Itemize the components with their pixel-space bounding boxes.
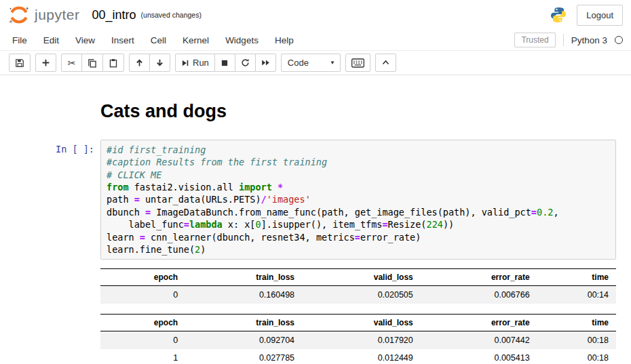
table-cell: 00:18 <box>537 349 616 364</box>
menu-item-edit[interactable]: Edit <box>35 31 67 49</box>
menu-item-help[interactable]: Help <box>267 31 302 49</box>
restart-kernel-button[interactable] <box>235 54 256 72</box>
jupyter-app: jupyter 00_intro (unsaved changes) Logou… <box>0 0 631 364</box>
python-logo-icon <box>550 6 567 24</box>
notebook-title[interactable]: 00_intro <box>92 8 136 22</box>
code-line: # CLICK ME <box>107 169 610 181</box>
table-cell: 00:18 <box>537 331 616 350</box>
menu-item-widgets[interactable]: Widgets <box>217 31 267 49</box>
logout-button[interactable]: Logout <box>577 5 623 26</box>
menu-bar: FileEditViewInsertCellKernelWidgetsHelp … <box>0 30 631 51</box>
menu-item-insert[interactable]: Insert <box>103 31 142 49</box>
output-table: epochtrain_lossvalid_losserror_ratetime0… <box>100 268 616 304</box>
output-table: epochtrain_lossvalid_losserror_ratetime0… <box>100 314 616 364</box>
menu-right: Trusted Python 3 <box>514 33 627 47</box>
code-area: #id first_training#caption Results from … <box>107 144 610 256</box>
arrow-down-icon <box>155 58 164 67</box>
move-cell-down-button[interactable] <box>149 54 170 72</box>
header-bar: jupyter 00_intro (unsaved changes) Logou… <box>0 0 631 30</box>
jupyter-logo-icon <box>8 5 30 24</box>
code-line: #caption Results from the first training <box>107 156 610 168</box>
save-button[interactable] <box>9 54 31 72</box>
run-cell-button[interactable]: Run <box>175 54 215 72</box>
code-line: learn.fine_tune(2) <box>107 243 610 256</box>
menu-item-view[interactable]: View <box>67 31 103 49</box>
table-header-cell: time <box>537 269 616 286</box>
table-cell: 00:14 <box>537 286 616 304</box>
notebook-container: Cats and dogs In [ ]: #id first_training… <box>0 75 631 364</box>
code-line: label_func=lambda x: x[0].isupper(), ite… <box>107 218 610 230</box>
jupyter-logo[interactable]: jupyter <box>8 5 80 24</box>
chevron-up-icon <box>381 58 390 67</box>
menu-item-kernel[interactable]: Kernel <box>174 31 217 49</box>
notebook-toolbar: ✂ <box>0 51 631 75</box>
table-header-cell: train_loss <box>185 269 302 286</box>
kernel-divider <box>563 34 564 46</box>
table-header-cell: epoch <box>100 269 185 286</box>
code-input[interactable]: #id first_training#caption Results from … <box>100 140 616 260</box>
table-row: 10.0277850.0124490.00541300:18 <box>100 349 616 364</box>
collapse-headings-button[interactable] <box>375 54 396 72</box>
insert-cell-button[interactable] <box>35 54 56 72</box>
move-cell-up-button[interactable] <box>129 54 150 72</box>
markdown-prompt <box>0 102 100 140</box>
cut-cells-button[interactable]: ✂ <box>61 54 82 72</box>
paste-icon <box>109 58 118 68</box>
table-header-cell: time <box>537 315 616 331</box>
table-cell: 1 <box>100 349 185 364</box>
scissors-icon: ✂ <box>68 58 76 68</box>
keyboard-icon <box>351 58 364 68</box>
paste-cells-button[interactable] <box>102 54 124 72</box>
code-line: from fastai2.vision.all import * <box>107 181 610 193</box>
command-palette-button[interactable] <box>345 54 370 72</box>
table-cell: 0.020505 <box>302 286 421 304</box>
table-cell: 0.012449 <box>302 349 421 364</box>
save-icon <box>15 58 24 68</box>
copy-icon <box>88 58 97 68</box>
table-row: 00.1604980.0205050.00676600:14 <box>100 286 616 304</box>
table-cell: 0.160498 <box>185 286 302 304</box>
refresh-icon <box>241 58 250 67</box>
table-cell: 0.007442 <box>421 331 537 350</box>
checkpoint-status: (unsaved changes) <box>141 11 202 19</box>
table-row: 00.0927040.0179200.00744200:18 <box>100 331 616 350</box>
restart-run-all-button[interactable] <box>255 54 276 72</box>
code-line: #id first_training <box>107 144 610 156</box>
table-cell: 0.006766 <box>421 286 537 304</box>
code-line: path = untar_data(URLs.PETS)/'images' <box>107 193 610 205</box>
code-line: dbunch = ImageDataBunch.from_name_func(p… <box>107 206 610 218</box>
menu-item-cell[interactable]: Cell <box>142 31 174 49</box>
table-header-cell: train_loss <box>185 315 302 331</box>
interrupt-kernel-button[interactable] <box>214 54 235 72</box>
step-forward-icon <box>181 59 189 67</box>
table-cell: 0 <box>100 286 185 304</box>
fast-forward-icon <box>261 58 270 67</box>
kernel-name: Python 3 <box>571 35 607 45</box>
arrow-up-icon <box>135 58 144 67</box>
table-cell: 0.017920 <box>302 331 421 350</box>
stop-icon <box>221 59 229 67</box>
cell-type-value: Code <box>288 58 309 68</box>
jupyter-wordmark: jupyter <box>35 7 80 23</box>
page-title: Cats and dogs <box>100 102 616 122</box>
copy-cells-button[interactable] <box>81 54 103 72</box>
input-prompt: In [ ]: <box>0 140 100 364</box>
table-header-cell: valid_loss <box>302 315 421 331</box>
table-cell: 0.092704 <box>185 331 302 350</box>
table-header-cell: error_rate <box>421 315 537 331</box>
menu-item-file[interactable]: File <box>4 31 35 49</box>
run-button-label: Run <box>193 58 209 68</box>
table-cell: 0.005413 <box>421 349 537 364</box>
table-header-cell: error_rate <box>421 269 537 286</box>
menu-items: FileEditViewInsertCellKernelWidgetsHelp <box>4 31 302 49</box>
table-cell: 0.027785 <box>185 349 302 364</box>
output-area: epochtrain_lossvalid_losserror_ratetime0… <box>100 268 616 364</box>
cell-type-select[interactable]: Code ▼ <box>281 54 341 72</box>
kernel-idle-indicator-icon <box>615 36 623 44</box>
header-right: Logout <box>550 5 623 26</box>
code-cell: In [ ]: #id first_training#caption Resul… <box>0 140 631 364</box>
table-cell: 0 <box>100 331 185 350</box>
trusted-badge[interactable]: Trusted <box>514 33 555 47</box>
markdown-cell[interactable]: Cats and dogs <box>0 102 631 140</box>
table-header-cell: epoch <box>100 315 185 331</box>
